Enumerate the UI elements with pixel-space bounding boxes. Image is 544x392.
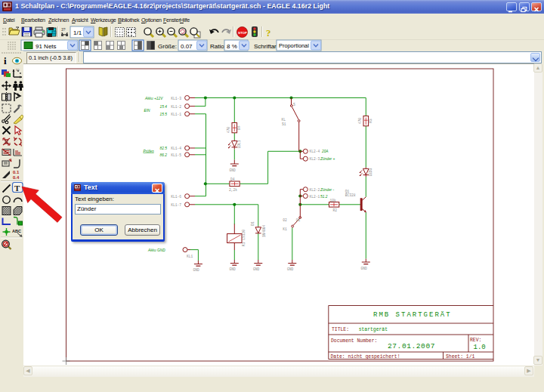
svg-text:15.4: 15.4 xyxy=(160,105,168,109)
svg-text:KL2-3: KL2-3 xyxy=(310,157,320,161)
svg-text:GND: GND xyxy=(193,268,200,272)
svg-text:01: 01 xyxy=(296,218,301,222)
svg-text:50: 50 xyxy=(16,68,20,72)
svg-text:KL1-1: KL1-1 xyxy=(171,113,181,116)
svg-text:KL2-4: KL2-4 xyxy=(310,150,320,153)
svg-text:20A: 20A xyxy=(321,150,329,153)
svg-text:GND: GND xyxy=(230,168,236,172)
svg-text:GND: GND xyxy=(230,267,236,271)
svg-text:Zünder -: Zünder - xyxy=(320,188,335,192)
svg-text:1.0: 1.0 xyxy=(474,344,486,351)
svg-text:0.4: 0.4 xyxy=(13,175,20,180)
svg-text:TITLE:: TITLE: xyxy=(332,327,349,332)
svg-text:Ratio:: Ratio: xyxy=(210,43,226,50)
svg-text:Proportional: Proportional xyxy=(279,42,309,49)
svg-text:GND: GND xyxy=(361,267,368,270)
svg-text:82.5: 82.5 xyxy=(160,147,168,150)
svg-text:LDL1: LDL1 xyxy=(237,140,241,148)
svg-text:3?: 3? xyxy=(61,27,66,32)
svg-text:Akku +12V: Akku +12V xyxy=(144,97,163,100)
svg-text:RMB STARTGERÄT: RMB STARTGERÄT xyxy=(373,311,452,319)
svg-text:Zünder +: Zünder + xyxy=(320,157,335,161)
svg-text:KL1-5: KL1-5 xyxy=(171,153,181,157)
svg-text:Schriftart:: Schriftart: xyxy=(254,43,280,50)
svg-text:LED3: LED3 xyxy=(369,168,372,176)
svg-text:1/1: 1/1 xyxy=(73,29,82,36)
svg-text:EIN: EIN xyxy=(144,109,151,113)
svg-text:0.1: 0.1 xyxy=(13,170,20,174)
svg-text:KL1-7: KL1-7 xyxy=(171,203,181,207)
svg-text:K1: K1 xyxy=(283,227,287,231)
svg-text:GND: GND xyxy=(287,267,294,271)
svg-text:BC328: BC328 xyxy=(345,193,356,197)
svg-text:86.2: 86.2 xyxy=(160,153,168,157)
svg-text:Größe:: Größe: xyxy=(158,43,177,50)
svg-text:R4: R4 xyxy=(237,125,241,130)
svg-text:D4: D4 xyxy=(230,177,235,181)
svg-text:KL1: KL1 xyxy=(187,255,193,258)
svg-text:i: i xyxy=(4,55,7,66)
svg-text:Akku GND: Akku GND xyxy=(147,248,165,252)
svg-text:Prüfen: Prüfen xyxy=(144,150,154,153)
svg-text:?: ? xyxy=(266,27,271,39)
svg-text:02: 02 xyxy=(283,218,287,222)
svg-text:R2: R2 xyxy=(333,208,338,212)
svg-text:2,2k: 2,2k xyxy=(229,188,237,192)
svg-text:10k: 10k xyxy=(329,199,336,202)
svg-text:15.5: 15.5 xyxy=(160,113,168,116)
svg-text:Q1: Q1 xyxy=(345,190,350,193)
svg-text:Document Number:: Document Number: xyxy=(331,338,377,344)
svg-text:470: 470 xyxy=(227,127,230,134)
svg-text:startgerät: startgerät xyxy=(359,327,388,332)
svg-text:KL1-4: KL1-4 xyxy=(171,147,181,150)
svg-text:ABC: ABC xyxy=(12,229,21,233)
svg-text:KL1-6: KL1-6 xyxy=(171,195,181,199)
svg-text:R3: R3 xyxy=(369,119,372,123)
svg-text:S: S xyxy=(293,103,295,106)
svg-text:KL: KL xyxy=(282,118,286,122)
svg-text:KL1-3: KL1-3 xyxy=(171,97,181,100)
svg-text:470: 470 xyxy=(358,118,362,125)
svg-text:GND: GND xyxy=(253,267,260,271)
svg-text:T: T xyxy=(14,184,20,193)
svg-text:KL2-2: KL2-2 xyxy=(310,188,320,192)
svg-text:1N4004: 1N4004 xyxy=(262,224,266,237)
svg-text:S1: S1 xyxy=(282,122,286,126)
svg-text:27.01.2007: 27.01.2007 xyxy=(388,342,435,350)
svg-text:0.07: 0.07 xyxy=(181,43,193,50)
svg-text:Sheet: 1/1: Sheet: 1/1 xyxy=(446,354,475,360)
svg-text:8 %: 8 % xyxy=(227,43,237,50)
svg-text:Date: nicht gespeichert!: Date: nicht gespeichert! xyxy=(331,354,400,360)
svg-text:D1: D1 xyxy=(251,221,255,226)
svg-text:STOP: STOP xyxy=(238,31,247,35)
svg-text:KL2-1: KL2-1 xyxy=(310,195,320,199)
svg-text:91 Nets: 91 Nets xyxy=(36,43,57,50)
svg-text:51.2: 51.2 xyxy=(320,195,328,199)
svg-text:K1 LS120: K1 LS120 xyxy=(242,230,246,246)
svg-text:REV:: REV: xyxy=(470,338,481,343)
svg-text:KL1-2: KL1-2 xyxy=(171,105,181,109)
